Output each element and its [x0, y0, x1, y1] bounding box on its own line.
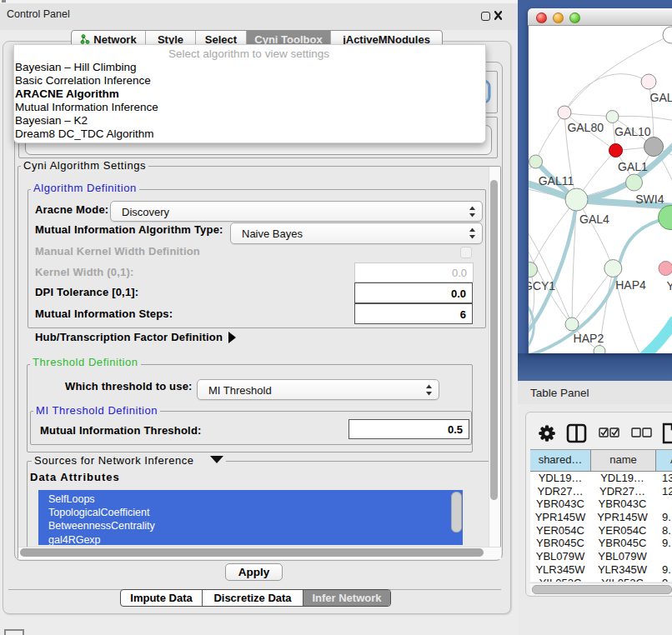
- svg-text:Y: Y: [667, 279, 672, 292]
- svg-text:GCY1: GCY1: [529, 279, 555, 292]
- svg-text:SWI4: SWI4: [635, 192, 664, 206]
- svg-text:GAL1: GAL1: [618, 160, 648, 173]
- svg-text:HAP4: HAP4: [615, 278, 646, 292]
- svg-text:GAL4: GAL4: [579, 212, 609, 226]
- svg-text:GAL10: GAL10: [614, 125, 651, 138]
- svg-text:GAL80: GAL80: [567, 121, 604, 134]
- svg-text:GAL11: GAL11: [539, 174, 574, 188]
- svg-text:HAP2: HAP2: [574, 332, 604, 345]
- svg-text:GAL2: GAL2: [650, 91, 672, 104]
